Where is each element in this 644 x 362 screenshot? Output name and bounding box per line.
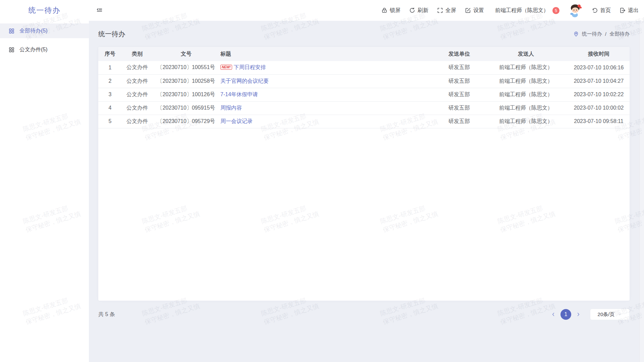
logout-icon [620,7,626,13]
page-size-value: 20条/页 [598,311,615,318]
row-index: 3 [98,88,122,101]
column-header-2: 文号 [153,47,220,61]
column-header-6: 接收时间 [568,47,630,61]
row-sender: 前端工程师（陈思文） [484,61,568,74]
lock-icon [381,7,387,13]
sidebar: 全部待办(5)公文办件(5) [0,21,89,362]
doc-title-link[interactable]: 下周日程安排 [234,64,266,70]
row-receive-time: 2023-07-10 10:02:22 [568,88,630,101]
sidebar-item-0[interactable]: 全部待办(5) [0,23,89,38]
doc-title-link[interactable]: 周报内容 [220,105,242,111]
breadcrumb-item-root[interactable]: 统一待办 [582,31,602,37]
row-receive-time: 2023-07-10 10:04:27 [568,74,630,88]
table-row: 2公文办件〔20230710〕100258号关于官网的会议纪要研发五部前端工程师… [98,74,630,88]
page-number-button[interactable]: 1 [560,309,571,320]
location-pin-icon [573,31,579,37]
fullscreen-button[interactable]: 全屏 [437,7,456,14]
column-header-5: 发送人 [484,47,568,61]
logout-label: 退出 [628,7,639,14]
doc-title-link[interactable]: 周一会议记录 [220,118,253,124]
header-actions: 锁屏刷新全屏设置 [381,7,484,14]
row-sender-unit: 研发五部 [434,115,484,128]
table-row: 3公文办件〔20230710〕100126号7-14年休假申请研发五部前端工程师… [98,88,630,101]
row-title-cell: 关于官网的会议纪要 [220,74,434,88]
row-category: 公文办件 [122,115,153,128]
settings-label: 设置 [473,7,484,14]
row-index: 2 [98,74,122,88]
row-category: 公文办件 [122,101,153,115]
pagination: 1 20条/页 [550,309,630,320]
column-header-0: 序号 [98,47,122,61]
row-title-cell: 周报内容 [220,101,434,115]
next-page-icon[interactable] [575,311,582,318]
menu-fold-icon[interactable] [96,7,103,14]
scrollbar-track[interactable] [639,21,644,362]
total-count: 共 5 条 [98,311,115,318]
refresh-icon [409,7,415,13]
row-receive-time: 2023-07-10 10:00:02 [568,101,630,115]
fullscreen-label: 全屏 [445,7,456,14]
topbar-right: 锁屏刷新全屏设置 前端工程师（陈思文） 5 [381,3,644,18]
row-sender-unit: 研发五部 [434,61,484,74]
row-index: 1 [98,61,122,74]
table-row: 5公文办件〔20230710〕095729号周一会议记录研发五部前端工程师（陈思… [98,115,630,128]
grid-icon [9,47,14,53]
lock-button[interactable]: 锁屏 [381,7,400,14]
todo-count-badge: 5 [552,7,559,14]
todo-table: 序号类别文号标题发送单位发送人接收时间 1公文办件〔20230710〕10055… [98,47,630,128]
header-links: 首页退出 [592,7,639,14]
doc-title-link[interactable]: 7-14年休假申请 [220,92,258,97]
home-icon [592,7,598,13]
column-header-4: 发送单位 [434,47,484,61]
table-body: 1公文办件〔20230710〕100551号NEW!下周日程安排研发五部前端工程… [98,61,630,128]
row-category: 公文办件 [122,88,153,101]
row-doc-no: 〔20230710〕100126号 [153,88,220,101]
grid-icon [9,28,14,34]
home-label: 首页 [600,7,611,14]
avatar[interactable] [568,3,583,18]
page-size-select[interactable]: 20条/页 [590,309,630,320]
app-logo: 统一待办 [0,5,89,15]
doc-title-link[interactable]: 关于官网的会议纪要 [220,78,269,84]
main-content: 统一待办 统一待办 / 全部待办 序号类别文号标题发送单位发送人接收时间 1公文… [89,21,644,362]
row-sender: 前端工程师（陈思文） [484,88,568,101]
prev-page-icon[interactable] [550,311,557,318]
sidebar-item-label: 全部待办(5) [19,27,48,35]
row-title-cell: 周一会议记录 [220,115,434,128]
breadcrumb-item-current[interactable]: 全部待办 [609,31,630,37]
table-row: 1公文办件〔20230710〕100551号NEW!下周日程安排研发五部前端工程… [98,61,630,74]
sidebar-item-1[interactable]: 公文办件(5) [0,42,89,57]
breadcrumb-separator: / [605,31,606,37]
row-doc-no: 〔20230710〕095729号 [153,115,220,128]
row-sender: 前端工程师（陈思文） [484,101,568,115]
row-index: 4 [98,101,122,115]
settings-button[interactable]: 设置 [465,7,484,14]
chevron-down-icon [618,312,622,316]
row-receive-time: 2023-07-10 10:06:16 [568,61,630,74]
row-sender: 前端工程师（陈思文） [484,74,568,88]
row-doc-no: 〔20230710〕095915号 [153,101,220,115]
table-row: 4公文办件〔20230710〕095915号周报内容研发五部前端工程师（陈思文）… [98,101,630,115]
refresh-label: 刷新 [418,7,428,14]
logout-button[interactable]: 退出 [620,7,639,14]
new-badge: NEW! [220,65,232,70]
lock-label: 锁屏 [390,7,400,14]
row-category: 公文办件 [122,61,153,74]
list-footer: 共 5 条 1 20条/页 [98,309,630,320]
row-index: 5 [98,115,122,128]
top-bar: 统一待办 锁屏刷新全屏设置 前端工程师（陈思文） 5 [0,0,644,21]
row-category: 公文办件 [122,74,153,88]
home-button[interactable]: 首页 [592,7,611,14]
user-name: 前端工程师（陈思文） [495,7,549,14]
row-receive-time: 2023-07-10 09:58:11 [568,115,630,128]
fullscreen-icon [437,7,443,13]
row-doc-no: 〔20230710〕100258号 [153,74,220,88]
row-sender: 前端工程师（陈思文） [484,115,568,128]
page-head: 统一待办 统一待办 / 全部待办 [98,21,630,47]
column-header-1: 类别 [122,47,153,61]
row-sender-unit: 研发五部 [434,74,484,88]
row-sender-unit: 研发五部 [434,88,484,101]
refresh-button[interactable]: 刷新 [409,7,428,14]
row-title-cell: NEW!下周日程安排 [220,61,434,74]
user-menu[interactable]: 前端工程师（陈思文） 5 [493,7,559,14]
